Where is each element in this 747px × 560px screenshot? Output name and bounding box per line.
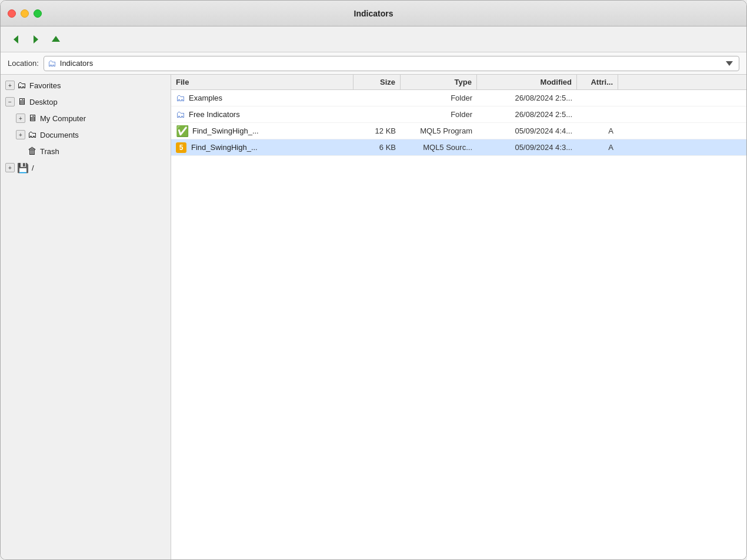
folder-icon-examples: 🗂 xyxy=(176,93,185,104)
sidebar-item-trash[interactable]: 🗑 Trash xyxy=(1,143,171,159)
file-col-swinghigh-source: 5 Find_SwingHigh_... xyxy=(171,142,354,153)
file-row-examples[interactable]: 🗂 Examples Folder 26/08/2024 2:5... xyxy=(171,90,746,106)
expand-favorites[interactable]: + xyxy=(5,81,15,90)
file-size-swinghigh-program: 12 KB xyxy=(354,126,401,135)
favorites-label: Favorites xyxy=(29,81,61,90)
file-col-examples: 🗂 Examples xyxy=(171,93,354,104)
file-type-free-indicators: Folder xyxy=(401,110,477,119)
file-attri-swinghigh-source: A xyxy=(577,143,618,152)
col-header-type[interactable]: Type xyxy=(401,75,477,89)
file-modified-swinghigh-source: 05/09/2024 4:3... xyxy=(477,143,577,152)
window: Indicators Location: 🗂 Indicators xyxy=(0,0,747,560)
sidebar: + 🗂 Favorites − 🖥 Desktop + 🖥 My Compute… xyxy=(1,75,171,559)
file-col-swinghigh-program: ✅ Find_SwingHigh_... xyxy=(171,125,354,138)
col-header-size[interactable]: Size xyxy=(354,75,401,89)
location-input-wrap[interactable]: 🗂 Indicators xyxy=(44,56,739,71)
file-name-swinghigh-source: Find_SwingHigh_... xyxy=(191,143,258,152)
file-list-area: File Size Type Modified Attri... 🗂 Examp… xyxy=(171,75,746,559)
svg-marker-3 xyxy=(726,61,733,66)
mycomputer-icon: 🖥 xyxy=(28,113,37,124)
sidebar-item-documents[interactable]: + 🗂 Documents xyxy=(1,126,171,143)
svg-marker-0 xyxy=(14,35,18,44)
expand-desktop[interactable]: − xyxy=(5,97,15,106)
mql5-source-badge: 5 xyxy=(176,142,186,153)
minimize-button[interactable] xyxy=(21,9,29,18)
col-header-attri[interactable]: Attri... xyxy=(577,75,618,89)
sidebar-item-root[interactable]: + 💾 / xyxy=(1,159,171,176)
trash-icon: 🗑 xyxy=(28,146,37,156)
window-title: Indicators xyxy=(354,9,393,18)
titlebar: Indicators xyxy=(1,1,746,26)
file-type-swinghigh-source: MQL5 Sourc... xyxy=(401,143,477,152)
file-type-swinghigh-program: MQL5 Program xyxy=(401,126,477,135)
file-name-free-indicators: Free Indicators xyxy=(189,110,240,119)
documents-icon: 🗂 xyxy=(28,129,37,140)
file-list-body: 🗂 Examples Folder 26/08/2024 2:5... 🗂 Fr… xyxy=(171,90,746,559)
root-icon: 💾 xyxy=(17,162,29,174)
svg-marker-1 xyxy=(34,35,38,44)
file-modified-swinghigh-program: 05/09/2024 4:4... xyxy=(477,126,577,135)
file-name-swinghigh-program: Find_SwingHigh_... xyxy=(192,126,259,135)
file-attri-swinghigh-program: A xyxy=(577,126,618,135)
root-label: / xyxy=(32,164,34,172)
file-size-swinghigh-source: 6 KB xyxy=(354,143,401,152)
desktop-icon: 🖥 xyxy=(17,96,26,107)
favorites-icon: 🗂 xyxy=(17,80,26,91)
location-label: Location: xyxy=(8,59,39,68)
forward-button[interactable] xyxy=(28,31,44,48)
mql5-program-icon: ✅ xyxy=(176,125,189,138)
col-header-file[interactable]: File xyxy=(171,75,354,89)
file-col-free-indicators: 🗂 Free Indicators xyxy=(171,109,354,120)
expand-documents[interactable]: + xyxy=(16,130,25,139)
file-row-swinghigh-program[interactable]: ✅ Find_SwingHigh_... 12 KB MQL5 Program … xyxy=(171,123,746,139)
expand-mycomputer[interactable]: + xyxy=(16,114,25,123)
close-button[interactable] xyxy=(8,9,16,18)
sidebar-item-desktop[interactable]: − 🖥 Desktop xyxy=(1,94,171,110)
sidebar-item-favorites[interactable]: + 🗂 Favorites xyxy=(1,77,171,94)
location-dropdown-button[interactable] xyxy=(723,58,735,69)
file-row-swinghigh-source[interactable]: 5 Find_SwingHigh_... 6 KB MQL5 Sourc... … xyxy=(171,139,746,156)
traffic-lights xyxy=(8,9,42,18)
sidebar-item-mycomputer[interactable]: + 🖥 My Computer xyxy=(1,110,171,126)
svg-marker-2 xyxy=(52,36,60,42)
up-button[interactable] xyxy=(48,31,64,48)
file-type-examples: Folder xyxy=(401,94,477,102)
maximize-button[interactable] xyxy=(34,9,42,18)
file-modified-examples: 26/08/2024 2:5... xyxy=(477,94,577,102)
file-name-examples: Examples xyxy=(189,94,222,102)
back-button[interactable] xyxy=(8,31,24,48)
locationbar: Location: 🗂 Indicators xyxy=(1,52,746,75)
file-modified-free-indicators: 26/08/2024 2:5... xyxy=(477,110,577,119)
trash-label: Trash xyxy=(40,147,59,156)
file-list-header: File Size Type Modified Attri... xyxy=(171,75,746,90)
desktop-label: Desktop xyxy=(29,98,58,106)
location-path: Indicators xyxy=(60,59,723,68)
folder-icon-free-indicators: 🗂 xyxy=(176,109,185,120)
col-header-modified[interactable]: Modified xyxy=(477,75,577,89)
mycomputer-label: My Computer xyxy=(40,114,86,123)
file-row-free-indicators[interactable]: 🗂 Free Indicators Folder 26/08/2024 2:5.… xyxy=(171,106,746,123)
documents-label: Documents xyxy=(40,131,79,139)
main-content: + 🗂 Favorites − 🖥 Desktop + 🖥 My Compute… xyxy=(1,75,746,559)
toolbar xyxy=(1,26,746,52)
location-folder-icon: 🗂 xyxy=(48,58,56,68)
expand-root[interactable]: + xyxy=(5,163,15,172)
